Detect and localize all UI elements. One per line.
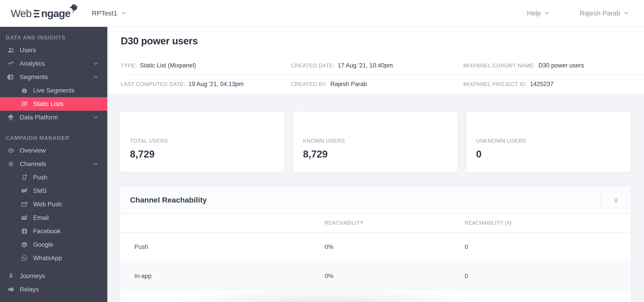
- main-content: D30 power users TYPE: Static List (Mixpa…: [107, 27, 644, 302]
- sidebar-item-email[interactable]: Email: [0, 211, 107, 224]
- sidebar-item-label: Analytics: [20, 60, 45, 67]
- sidebar-item-label: Overview: [20, 147, 46, 154]
- channel-name: In-app: [120, 273, 325, 280]
- sidebar-item-facebook[interactable]: Facebook: [0, 224, 107, 238]
- list-details-header: D30 power users TYPE: Static List (Mixpa…: [107, 27, 644, 94]
- reachability-row-in-app: In-app 0% 0: [120, 262, 631, 291]
- stat-card-value: 0: [476, 148, 631, 160]
- sidebar-item-label: Data Platform: [20, 114, 58, 121]
- sidebar-section-data-and-insights: DATA AND INSIGHTS: [6, 35, 107, 41]
- meta-label: TYPE:: [121, 63, 137, 69]
- logo-text-web: Web: [11, 7, 32, 20]
- stat-card-label: UNKNOWN USERS: [476, 138, 631, 144]
- google-icon: [19, 241, 30, 248]
- sidebar-item-overview[interactable]: Overview: [0, 144, 107, 157]
- sidebar-item-channels[interactable]: Channels: [0, 157, 107, 171]
- stat-card-label: KNOWN USERS: [303, 138, 458, 144]
- sidebar-item-label: Push: [33, 174, 48, 181]
- sidebar-item-users[interactable]: Users: [0, 44, 107, 57]
- known-users-card: KNOWN USERS 8,729: [293, 111, 458, 172]
- column-reachability-count: REACHABILITY (#): [465, 220, 631, 226]
- download-button[interactable]: [610, 194, 622, 206]
- sidebar-item-live-segments[interactable]: Live Segments: [0, 84, 107, 97]
- sidebar-item-label: Live Segments: [33, 87, 74, 94]
- sidebar-item-whatsapp[interactable]: WhatsApp: [0, 251, 107, 265]
- users-icon: [6, 46, 16, 54]
- sidebar: DATA AND INSIGHTS Users Analytics: [0, 27, 107, 302]
- email-channel-icon: [19, 214, 30, 221]
- sidebar-item-label: Segments: [20, 73, 48, 81]
- header-divider: [601, 193, 601, 207]
- chevron-down-icon: [544, 10, 550, 16]
- total-users-card: TOTAL USERS 8,729: [120, 111, 285, 172]
- sidebar-item-label: Facebook: [33, 228, 60, 235]
- channels-hub-icon: [6, 160, 16, 168]
- channel-reachability-header: Channel Reachability: [120, 186, 631, 214]
- list-meta: TYPE: Static List (Mixpanel) CREATED DAT…: [121, 56, 644, 93]
- chevron-up-icon: [92, 74, 99, 80]
- sidebar-item-label: Google: [33, 241, 53, 248]
- chevron-down-icon: [624, 10, 629, 16]
- analytics-icon: [6, 60, 16, 67]
- sidebar-item-analytics[interactable]: Analytics: [0, 57, 107, 70]
- sidebar-item-web-push[interactable]: Web Push: [0, 198, 107, 211]
- sidebar-item-relays[interactable]: Relays: [0, 283, 107, 296]
- panel-title: Channel Reachability: [130, 196, 601, 204]
- sidebar-item-static-lists[interactable]: Static Lists: [0, 97, 107, 111]
- stat-cards: TOTAL USERS 8,729 KNOWN USERS 8,729 UNKN…: [120, 111, 644, 172]
- channel-name: Push: [120, 243, 325, 250]
- webengage-logo[interactable]: Web ngage: [11, 7, 70, 20]
- stat-card-label: TOTAL USERS: [130, 138, 285, 144]
- sidebar-item-label: Users: [20, 47, 36, 54]
- sidebar-item-data-platform[interactable]: Data Platform: [0, 111, 107, 124]
- chevron-up-icon: [92, 161, 99, 167]
- page-title: D30 power users: [121, 35, 644, 47]
- reachability-count: 0: [465, 273, 631, 280]
- meta-created-by: CREATED BY: Rajesh Parab: [291, 81, 463, 88]
- download-icon: [612, 196, 620, 204]
- meta-last-computed-date: LAST COMPUTED DATE: 19 Aug '21, 04:13pm: [121, 81, 291, 88]
- chevron-down-icon: [92, 114, 99, 120]
- static-lists-icon: [19, 100, 30, 107]
- meta-label: CREATED BY:: [291, 81, 327, 87]
- rocket-icon: [6, 272, 16, 280]
- sidebar-item-sms[interactable]: SMS: [0, 184, 107, 198]
- sidebar-item-label: Email: [33, 214, 49, 221]
- sidebar-item-label: Web Push: [33, 201, 62, 208]
- whatsapp-icon: [19, 255, 30, 261]
- meta-label: MIXPANEL PROJECT ID:: [463, 81, 527, 87]
- live-segments-icon: [19, 87, 30, 94]
- logo-bird-icon: [67, 3, 80, 16]
- user-account-dropdown[interactable]: Rajesh Parab: [580, 10, 629, 17]
- reachability-percent: 0%: [325, 243, 465, 250]
- meta-value: Static List (Mixpanel): [140, 62, 196, 69]
- help-dropdown[interactable]: Help: [527, 10, 550, 17]
- facebook-icon: [19, 228, 30, 235]
- meta-value: 17 Aug '21, 10:40pm: [338, 62, 393, 69]
- topbar: Web ngage RPTest1 Help: [0, 0, 644, 27]
- sidebar-item-label: Journeys: [20, 272, 45, 280]
- sidebar-item-label: SMS: [33, 187, 47, 195]
- meta-label: LAST COMPUTED DATE:: [121, 81, 185, 87]
- reachability-table-header: REACHABILITY REACHABILITY (#): [120, 214, 631, 233]
- push-channel-icon: [19, 174, 30, 181]
- meta-label: CREATED DATE:: [291, 63, 334, 69]
- sidebar-item-segments[interactable]: Segments: [0, 70, 107, 84]
- project-selector-dropdown[interactable]: RPTest1: [92, 10, 126, 17]
- list-body: TOTAL USERS 8,729 KNOWN USERS 8,729 UNKN…: [107, 94, 644, 302]
- data-platform-icon: [6, 114, 16, 121]
- logo-text-ngage: ngage: [41, 7, 70, 20]
- sms-channel-icon: [19, 187, 30, 195]
- sidebar-item-label: WhatsApp: [33, 254, 62, 262]
- sidebar-item-google[interactable]: Google: [0, 238, 107, 251]
- project-selector-label: RPTest1: [92, 10, 117, 17]
- sidebar-section-campaign-manager: CAMPAIGN MANAGER: [6, 135, 107, 141]
- meta-row: LAST COMPUTED DATE: 19 Aug '21, 04:13pm …: [121, 74, 644, 93]
- eye-icon: [6, 147, 16, 154]
- sidebar-item-push[interactable]: Push: [0, 171, 107, 184]
- stat-card-value: 8,729: [130, 148, 285, 160]
- sidebar-item-journeys[interactable]: Journeys: [0, 269, 107, 283]
- meta-value: 19 Aug '21, 04:13pm: [188, 81, 244, 88]
- meta-label: MIXPANEL COHORT NAME:: [463, 63, 535, 69]
- meta-value: Rajesh Parab: [330, 81, 367, 88]
